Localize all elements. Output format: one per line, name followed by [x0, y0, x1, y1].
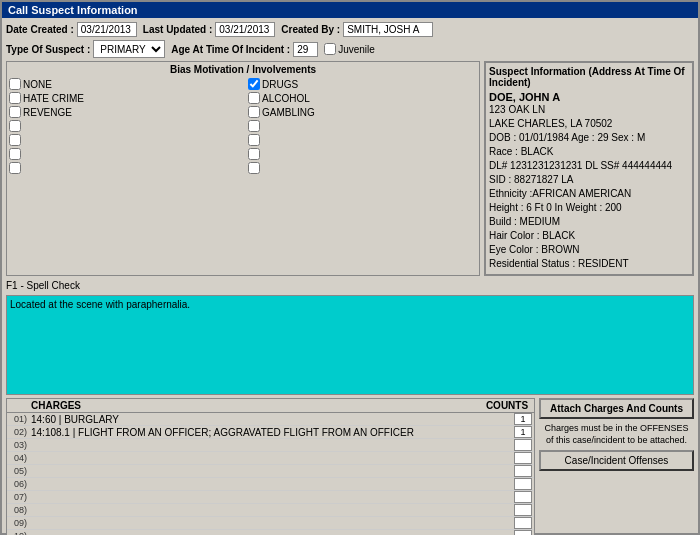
bias-empty-5: [248, 120, 477, 132]
bias-empty-4-checkbox[interactable]: [9, 162, 21, 174]
charge-row: 06): [7, 478, 534, 491]
charge-row: 05): [7, 465, 534, 478]
suspect-name: DOE, JOHN A: [489, 91, 689, 103]
attach-charges-button[interactable]: Attach Charges And Counts: [539, 398, 694, 419]
bias-empty-8-checkbox[interactable]: [248, 162, 260, 174]
bias-empty-7-checkbox[interactable]: [248, 148, 260, 160]
suspect-hair: Hair Color : BLACK: [489, 229, 689, 243]
charge-count-box[interactable]: [514, 491, 532, 503]
bias-gambling-label: GAMBLING: [262, 107, 315, 118]
bias-revenge-checkbox[interactable]: [9, 106, 21, 118]
suspect-residential: Residential Status : RESIDENT: [489, 257, 689, 271]
suspect-city: LAKE CHARLES, LA 70502: [489, 117, 689, 131]
suspect-info-panel: Suspect Information (Address At Time Of …: [484, 61, 694, 276]
suspect-race: Race : BLACK: [489, 145, 689, 159]
charge-count-box[interactable]: [514, 439, 532, 451]
charge-desc: 14:108.1 | FLIGHT FROM AN OFFICER; AGGRA…: [29, 427, 514, 438]
last-updated-label: Last Updated :: [143, 24, 212, 35]
bias-empty-3-checkbox[interactable]: [9, 148, 21, 160]
last-updated-group: Last Updated : 03/21/2013: [143, 22, 275, 37]
bias-empty-2: [9, 134, 238, 146]
created-by-group: Created By : SMITH, JOSH A: [281, 22, 433, 37]
bias-hate-checkbox[interactable]: [9, 92, 21, 104]
suspect-section-title: Suspect Information (Address At Time Of …: [489, 66, 689, 88]
charge-row: 03): [7, 439, 534, 452]
bias-alcohol-label: ALCOHOL: [262, 93, 310, 104]
charge-count-box[interactable]: [514, 517, 532, 529]
juvenile-group[interactable]: Juvenile: [324, 43, 375, 55]
charges-info: Charges must be in the OFFENSES of this …: [539, 423, 694, 446]
notes-area[interactable]: Located at the scene with paraphernalia.: [6, 295, 694, 395]
charge-count-box[interactable]: 1: [514, 426, 532, 438]
charge-row-num: 02): [7, 427, 29, 437]
bias-empty-1: [9, 120, 238, 132]
age-label: Age At Time Of Incident :: [171, 44, 290, 55]
bias-item-hate: HATE CRIME: [9, 92, 238, 104]
bias-section: Bias Motivation / Involvements NONE HATE…: [6, 61, 480, 276]
bias-alcohol-checkbox[interactable]: [248, 92, 260, 104]
suspect-sid: SID : 88271827 LA: [489, 173, 689, 187]
date-created-label: Date Created :: [6, 24, 74, 35]
charge-row-num: 01): [7, 414, 29, 424]
bias-empty-2-checkbox[interactable]: [9, 134, 21, 146]
charge-row-num: 06): [7, 479, 29, 489]
charge-count-box[interactable]: [514, 478, 532, 490]
bias-item-none: NONE: [9, 78, 238, 90]
charge-count-box[interactable]: [514, 465, 532, 477]
charge-row: 07): [7, 491, 534, 504]
charge-row-num: 04): [7, 453, 29, 463]
charges-header-label: CHARGES: [31, 400, 482, 411]
bias-title: Bias Motivation / Involvements: [9, 64, 477, 75]
charge-row-num: 09): [7, 518, 29, 528]
type-suspect-select[interactable]: PRIMARY: [93, 40, 165, 58]
last-updated-value: 03/21/2013: [215, 22, 275, 37]
suspect-dl: DL# 1231231231231 DL SS# 444444444: [489, 159, 689, 173]
charge-row-num: 07): [7, 492, 29, 502]
suspect-ethnicity: Ethnicity :AFRICAN AMERICAN: [489, 187, 689, 201]
suspect-dob: DOB : 01/01/1984 Age : 29 Sex : M: [489, 131, 689, 145]
bias-empty-1-checkbox[interactable]: [9, 120, 21, 132]
bias-item-drugs: DRUGS: [248, 78, 477, 90]
bias-drugs-label: DRUGS: [262, 79, 298, 90]
charge-count-box[interactable]: 1: [514, 413, 532, 425]
bias-col-1: NONE HATE CRIME REVENGE: [9, 78, 238, 174]
bias-col-2: DRUGS ALCOHOL GAMBLING: [248, 78, 477, 174]
charge-row-num: 08): [7, 505, 29, 515]
created-by-label: Created By :: [281, 24, 340, 35]
charge-count-box[interactable]: [514, 504, 532, 516]
bias-empty-5-checkbox[interactable]: [248, 120, 260, 132]
type-suspect-label: Type Of Suspect :: [6, 44, 90, 55]
bias-drugs-checkbox[interactable]: [248, 78, 260, 90]
charge-count-box[interactable]: [514, 452, 532, 464]
title-bar: Call Suspect Information: [2, 2, 698, 18]
bias-item-gambling: GAMBLING: [248, 106, 477, 118]
bias-none-checkbox[interactable]: [9, 78, 21, 90]
right-panel: Attach Charges And Counts Charges must b…: [539, 398, 694, 535]
created-by-value: SMITH, JOSH A: [343, 22, 433, 37]
charge-row: 02) 14:108.1 | FLIGHT FROM AN OFFICER; A…: [7, 426, 534, 439]
age-group: Age At Time Of Incident : 29: [171, 42, 318, 57]
bias-gambling-checkbox[interactable]: [248, 106, 260, 118]
bias-empty-6-checkbox[interactable]: [248, 134, 260, 146]
suspect-build: Build : MEDIUM: [489, 215, 689, 229]
charges-list: 01) 14:60 | BURGLARY 1 02) 14:108.1 | FL…: [7, 413, 534, 535]
charge-row-num: 10): [7, 531, 29, 535]
date-created-group: Date Created : 03/21/2013: [6, 22, 137, 37]
charge-row: 01) 14:60 | BURGLARY 1: [7, 413, 534, 426]
suspect-address: 123 OAK LN: [489, 103, 689, 117]
spell-check-label: F1 - Spell Check: [6, 280, 80, 291]
notes-text: Located at the scene with paraphernalia.: [10, 299, 190, 310]
juvenile-checkbox[interactable]: [324, 43, 336, 55]
charge-row-num: 05): [7, 466, 29, 476]
charge-row: 04): [7, 452, 534, 465]
charges-header: CHARGES COUNTS: [7, 399, 534, 413]
juvenile-label: Juvenile: [338, 44, 375, 55]
charge-row: 09): [7, 517, 534, 530]
age-value: 29: [293, 42, 318, 57]
case-offenses-button[interactable]: Case/Incident Offenses: [539, 450, 694, 471]
charge-count-box[interactable]: [514, 530, 532, 535]
bias-empty-4: [9, 162, 238, 174]
bias-item-alcohol: ALCOHOL: [248, 92, 477, 104]
charge-row: 10): [7, 530, 534, 535]
charge-row: 08): [7, 504, 534, 517]
